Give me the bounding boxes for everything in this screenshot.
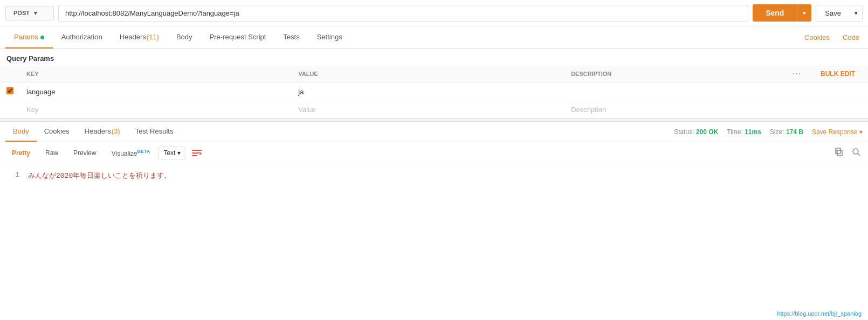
code-link[interactable]: Code xyxy=(839,27,863,48)
size-value: 174 B xyxy=(786,128,803,136)
query-params-label: Query Params xyxy=(0,49,868,66)
tab-tests[interactable]: Tests xyxy=(274,26,308,48)
cookies-link[interactable]: Cookies xyxy=(801,27,833,48)
status-label: Status: 200 OK xyxy=(674,128,718,136)
svg-rect-2 xyxy=(192,155,197,156)
view-pretty-button[interactable]: Pretty xyxy=(5,147,37,159)
response-tabs-row: Body Cookies Headers(3) Test Results Sta… xyxy=(0,122,868,142)
save-button[interactable]: Save xyxy=(816,5,850,21)
placeholder-value-input[interactable] xyxy=(298,106,558,114)
col-header-value: VALUE xyxy=(292,66,564,82)
search-button[interactable] xyxy=(850,145,863,161)
tab-authorization[interactable]: Authorization xyxy=(53,26,111,48)
request-tabs-row: Params Authorization Headers(11) Body Pr… xyxy=(0,26,868,49)
row-desc-cell[interactable] xyxy=(564,82,786,101)
placeholder-checkbox-cell xyxy=(0,101,20,119)
col-header-description: DESCRIPTION xyxy=(564,66,786,82)
copy-button[interactable] xyxy=(832,145,845,161)
top-bar: POST ▾ Send ▾ Save ▾ xyxy=(0,0,868,26)
response-text: みんなが2020年毎日楽しいことを祈ります。 xyxy=(28,171,171,180)
send-button[interactable]: Send xyxy=(753,4,797,22)
placeholder-value-cell[interactable] xyxy=(292,101,564,119)
status-value: 200 OK xyxy=(696,128,718,136)
row-checkbox-cell[interactable] xyxy=(0,82,20,101)
row-value-cell[interactable] xyxy=(292,82,564,101)
svg-rect-1 xyxy=(192,152,199,154)
response-tab-headers[interactable]: Headers(3) xyxy=(77,122,128,142)
row-checkbox[interactable] xyxy=(6,87,13,95)
toolbar-right xyxy=(832,145,863,161)
size-label: Size: 174 B xyxy=(770,128,803,136)
format-select[interactable]: Text ▾ xyxy=(159,147,185,159)
response-body-toolbar: Pretty Raw Preview VisualizeBETA Text ▾ xyxy=(0,142,868,164)
response-content: 1 みんなが2020年毎日楽しいことを祈ります。 xyxy=(0,164,868,187)
placeholder-key-input[interactable] xyxy=(26,106,285,114)
beta-badge: BETA xyxy=(137,149,150,154)
tab-headers[interactable]: Headers(11) xyxy=(111,26,168,48)
value-input[interactable] xyxy=(298,88,558,96)
method-label: POST xyxy=(13,10,30,16)
svg-rect-0 xyxy=(192,150,202,151)
bulk-edit-button[interactable]: Bulk Edit xyxy=(814,67,862,81)
line-numbers: 1 xyxy=(9,171,19,180)
method-dropdown-icon: ▾ xyxy=(34,10,37,17)
params-dot xyxy=(40,36,44,39)
table-row xyxy=(0,82,868,101)
time-value: 11ms xyxy=(745,128,761,136)
table-placeholder-row xyxy=(0,101,868,119)
more-options-button[interactable]: ··· xyxy=(793,69,801,79)
response-tab-cookies[interactable]: Cookies xyxy=(37,122,77,142)
view-raw-button[interactable]: Raw xyxy=(39,147,65,159)
request-tabs-right: Cookies Code xyxy=(801,27,863,48)
params-table: KEY VALUE DESCRIPTION ··· Bulk Edit xyxy=(0,66,868,119)
save-btn-group: Save ▾ xyxy=(816,5,863,22)
wrap-button[interactable] xyxy=(188,147,206,159)
placeholder-key-cell[interactable] xyxy=(20,101,292,119)
svg-point-5 xyxy=(853,149,858,154)
col-header-actions: ··· xyxy=(786,66,808,82)
save-response-button[interactable]: Save Response ▾ xyxy=(812,128,863,136)
view-preview-button[interactable]: Preview xyxy=(67,147,103,159)
response-tab-body[interactable]: Body xyxy=(5,122,37,142)
view-visualize-button[interactable]: VisualizeBETA xyxy=(105,146,157,160)
send-dropdown-button[interactable]: ▾ xyxy=(797,4,811,22)
tab-body[interactable]: Body xyxy=(168,26,201,48)
tab-prerequest[interactable]: Pre-request Script xyxy=(201,26,275,48)
method-select[interactable]: POST ▾ xyxy=(5,6,54,20)
key-input[interactable] xyxy=(26,88,285,96)
response-tab-test-results[interactable]: Test Results xyxy=(128,122,181,142)
svg-rect-3 xyxy=(837,150,842,156)
svg-line-6 xyxy=(858,154,860,156)
placeholder-desc-input[interactable] xyxy=(571,106,780,114)
row-key-cell[interactable] xyxy=(20,82,292,101)
tab-params[interactable]: Params xyxy=(5,26,53,48)
send-btn-group: Send ▾ xyxy=(753,4,811,22)
tab-settings[interactable]: Settings xyxy=(308,26,351,48)
save-dropdown-button[interactable]: ▾ xyxy=(850,5,862,21)
response-meta: Status: 200 OK Time: 11ms Size: 174 B Sa… xyxy=(674,128,863,136)
desc-input[interactable] xyxy=(571,88,780,96)
col-header-key: KEY xyxy=(20,66,292,82)
time-label: Time: 11ms xyxy=(727,128,761,136)
url-input[interactable] xyxy=(58,5,748,22)
placeholder-desc-cell[interactable] xyxy=(564,101,786,119)
